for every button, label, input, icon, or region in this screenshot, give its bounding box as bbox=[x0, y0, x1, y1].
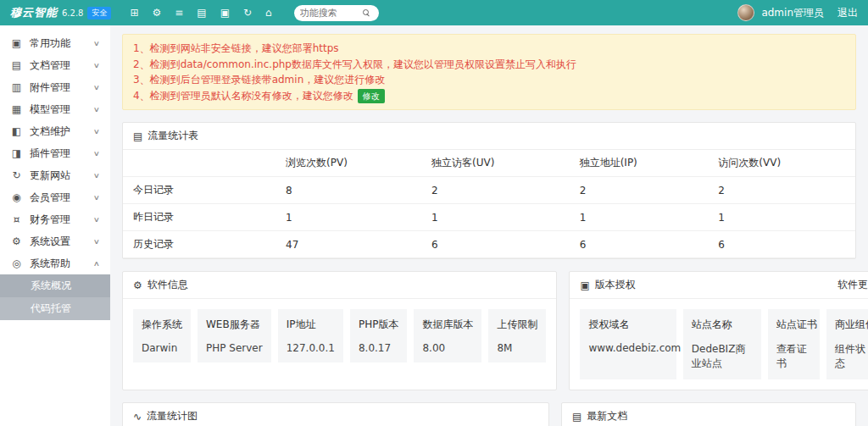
document-icon: ▤ bbox=[572, 411, 581, 423]
info-box-site-cert: 站点证书 查看证书 bbox=[768, 309, 820, 379]
finance-icon: ¤ bbox=[11, 213, 22, 225]
user-icon: ◉ bbox=[11, 191, 22, 203]
chart-icon[interactable]: ▤ bbox=[197, 7, 206, 19]
row-label: 历史记录 bbox=[123, 231, 275, 258]
license-card: ▣ 版本授权 软件更新 授权域名 www.dedebiz.com 站点名称 De… bbox=[569, 271, 868, 390]
info-value: DedeBIZ商业站点 bbox=[692, 342, 753, 371]
software-info-boxes: 操作系统 Darwin WEB服务器 PHP Server IP地址 127.0… bbox=[123, 299, 556, 373]
sidebar-item-label: 系统帮助 bbox=[30, 257, 70, 271]
row-label: 昨日记录 bbox=[123, 204, 275, 231]
info-box-ip: IP地址 127.0.0.1 bbox=[278, 309, 343, 362]
line-chart-icon: ∿ bbox=[133, 411, 142, 423]
info-box-licensed-domain: 授权域名 www.dedebiz.com bbox=[580, 309, 676, 379]
sidebar-subitem-code-hosting[interactable]: 代码托管 bbox=[0, 297, 110, 320]
card-header: ▤ 最新文档 bbox=[562, 403, 855, 426]
search-input[interactable] bbox=[300, 8, 361, 19]
chevron-down-icon: ∨ bbox=[93, 150, 100, 158]
traffic-chart-card: ∿ 流量统计图 2520151050 bbox=[122, 402, 549, 426]
sidebar-item-document-maintenance[interactable]: ◧ 文档维护 ∨ bbox=[0, 120, 110, 142]
monitor-icon: ▣ bbox=[11, 37, 22, 49]
maintenance-icon: ◧ bbox=[11, 125, 22, 137]
search-box[interactable] bbox=[294, 5, 379, 21]
info-cards-row: ⚙ 软件信息 操作系统 Darwin WEB服务器 PHP Server IP地… bbox=[122, 259, 856, 390]
sidebar-item-document-management[interactable]: ▤ 文档管理 ∨ bbox=[0, 54, 110, 76]
sidebar-item-system-help[interactable]: ◎ 系统帮助 ∧ bbox=[0, 252, 110, 274]
fix-button[interactable]: 修改 bbox=[358, 89, 385, 104]
traffic-table-card: ▤ 流量统计表 浏览次数(PV) 独立访客(UV) 独立地址(IP) 访问次数(… bbox=[122, 122, 856, 259]
info-box-db-version: 数据库版本 8.00 bbox=[414, 309, 481, 362]
refresh-icon[interactable]: ↻ bbox=[243, 7, 252, 19]
alert-line-text: 4、检测到管理员默认名称没有修改，建议您修改 bbox=[133, 90, 353, 102]
sidebar-item-label: 系统设置 bbox=[30, 235, 70, 249]
card-header: ▤ 流量统计表 bbox=[123, 123, 855, 150]
sidebar-item-label: 模型管理 bbox=[30, 102, 70, 117]
info-label: 授权域名 bbox=[588, 318, 667, 332]
security-badge: 安全 bbox=[87, 7, 111, 19]
sidebar: ▣ 常用功能 ∨ ▤ 文档管理 ∨ ▥ 附件管理 ∨ ▦ 模型管理 ∨ ◧ 文档… bbox=[0, 25, 110, 426]
sidebar-item-system-settings[interactable]: ⚙ 系统设置 ∨ bbox=[0, 230, 110, 252]
folder-icon[interactable]: ▣ bbox=[220, 7, 230, 19]
table-row: 昨日记录 1 1 1 1 bbox=[123, 204, 855, 231]
plugin-icon: ◨ bbox=[11, 147, 22, 159]
info-value: Darwin bbox=[142, 342, 182, 354]
table-row: 历史记录 47 6 6 6 bbox=[123, 231, 855, 258]
cell-ip: 2 bbox=[570, 177, 709, 204]
info-icon: ◎ bbox=[11, 257, 22, 269]
card-title: 软件信息 bbox=[147, 278, 188, 292]
info-value: PHP Server bbox=[206, 342, 263, 354]
info-value: www.dedebiz.com bbox=[588, 342, 667, 354]
gear-icon[interactable]: ⚙ bbox=[153, 7, 162, 19]
alert-line: 1、检测到网站非安全链接，建议您部署https bbox=[133, 41, 845, 57]
card-header: ∿ 流量统计图 bbox=[123, 403, 548, 426]
info-box-commercial-component: 商业组件 组件状态 bbox=[826, 309, 868, 379]
license-boxes: 授权域名 www.dedebiz.com 站点名称 DedeBIZ商业站点 站点… bbox=[570, 299, 868, 390]
sidebar-item-member-management[interactable]: ◉ 会员管理 ∨ bbox=[0, 186, 110, 208]
chevron-down-icon: ∨ bbox=[93, 84, 100, 91]
sidebar-item-finance-management[interactable]: ¤ 财务管理 ∨ bbox=[0, 208, 110, 230]
col-empty bbox=[123, 150, 275, 177]
logout-button[interactable]: 退出 bbox=[837, 6, 858, 20]
topbar: 穆云智能 6.2.8 安全 ⊞ ⚙ ≡ ▤ ▣ ↻ ⌂ admin管理员 退出 bbox=[0, 0, 868, 25]
chevron-down-icon: ∨ bbox=[93, 62, 100, 69]
chevron-down-icon: ∨ bbox=[93, 40, 100, 47]
view-cert-link[interactable]: 查看证书 bbox=[776, 342, 811, 371]
info-label: 站点证书 bbox=[776, 318, 811, 332]
alert-line: 2、检测到data/common.inc.php数据库文件写入权限，建议您以管理… bbox=[133, 57, 845, 73]
info-value: 127.0.0.1 bbox=[287, 342, 335, 354]
card-title: 最新文档 bbox=[587, 409, 627, 423]
chevron-down-icon: ∨ bbox=[93, 128, 100, 136]
sidebar-item-plugin-management[interactable]: ◨ 插件管理 ∨ bbox=[0, 142, 110, 164]
topbar-icon-group: ⊞ ⚙ ≡ ▤ ▣ ↻ ⌂ bbox=[130, 7, 271, 19]
info-label: PHP版本 bbox=[359, 318, 399, 332]
list-icon[interactable]: ≡ bbox=[175, 7, 183, 19]
search-icon[interactable] bbox=[363, 9, 370, 16]
info-label: 数据库版本 bbox=[422, 318, 473, 332]
alert-line: 3、检测到后台管理登录链接带admin，建议您进行修改 bbox=[133, 72, 845, 88]
cell-vv: 1 bbox=[708, 204, 855, 231]
brand-logo: 穆云智能 bbox=[10, 5, 58, 20]
username-label[interactable]: admin管理员 bbox=[761, 6, 824, 20]
info-value: 8M bbox=[497, 342, 537, 354]
sidebar-item-label: 会员管理 bbox=[30, 191, 70, 205]
sidebar-item-common-functions[interactable]: ▣ 常用功能 ∨ bbox=[0, 32, 110, 54]
cell-uv: 2 bbox=[421, 177, 570, 204]
main-content: 1、检测到网站非安全链接，建议您部署https 2、检测到data/common… bbox=[110, 25, 868, 426]
info-label: WEB服务器 bbox=[206, 318, 263, 332]
software-update-link[interactable]: 软件更新 bbox=[837, 278, 868, 292]
info-value: 8.00 bbox=[422, 342, 473, 354]
modules-icon[interactable]: ⊞ bbox=[130, 7, 138, 19]
sidebar-item-attachment-management[interactable]: ▥ 附件管理 ∨ bbox=[0, 76, 110, 98]
sidebar-item-update-site[interactable]: ↻ 更新网站 ∨ bbox=[0, 164, 110, 186]
lock-icon: ▣ bbox=[580, 279, 589, 291]
refresh-icon: ↻ bbox=[11, 169, 22, 181]
sidebar-item-model-management[interactable]: ▦ 模型管理 ∨ bbox=[0, 98, 110, 120]
col-vv: 访问次数(VV) bbox=[708, 150, 855, 177]
topbar-user-area: admin管理员 退出 bbox=[737, 4, 858, 21]
cell-uv: 1 bbox=[421, 204, 570, 231]
home-icon[interactable]: ⌂ bbox=[265, 7, 272, 19]
cell-ip: 6 bbox=[570, 231, 709, 258]
avatar[interactable] bbox=[737, 4, 754, 21]
sidebar-subitem-system-overview[interactable]: 系统概况 bbox=[0, 274, 110, 297]
component-status-link[interactable]: 组件状态 bbox=[835, 342, 868, 371]
col-uv: 独立访客(UV) bbox=[421, 150, 570, 177]
